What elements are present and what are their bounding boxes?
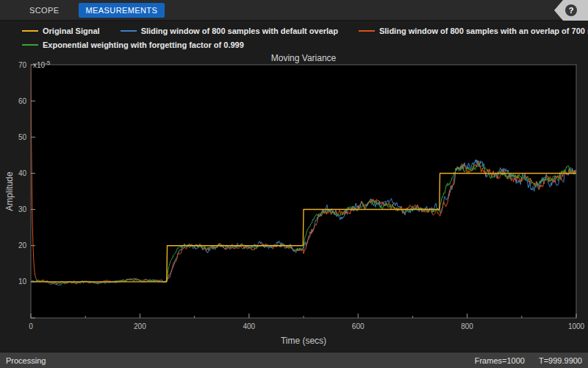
x-tick-label: 400: [243, 322, 255, 330]
chart-title: Moving Variance: [31, 53, 576, 63]
status-text: Processing: [6, 356, 46, 365]
tab-measurements[interactable]: MEASUREMENTS: [79, 3, 165, 18]
y-tick-label: 30: [18, 205, 27, 213]
y-tick-label: 40: [18, 169, 27, 177]
y-axis-label: Amplitude: [4, 118, 15, 265]
toolstrip: SCOPE MEASUREMENTS ?: [0, 0, 588, 21]
y-tick-label: 20: [18, 241, 27, 250]
legend-row-1: Original Signal Sliding window of 800 sa…: [22, 24, 588, 38]
scope-window: SCOPE MEASUREMENTS ? 0200400600800100010…: [0, 0, 588, 368]
legend-item-sliding-overlap-700[interactable]: Sliding window of 800 samples with an ov…: [359, 26, 588, 35]
y-tick-label: 50: [18, 133, 27, 141]
figure-area: 0200400600800100010203040506070 Original…: [0, 21, 588, 352]
help-icon: ?: [565, 4, 577, 16]
plot-background[interactable]: [31, 65, 576, 318]
help-button[interactable]: ?: [554, 0, 588, 21]
x-tick-label: 0: [29, 322, 33, 330]
legend-item-original-signal[interactable]: Original Signal: [22, 26, 100, 35]
frames-counter: Frames=1000: [475, 356, 525, 365]
status-counters: Frames=1000 T=999.9900: [463, 356, 582, 365]
legend-label: Original Signal: [43, 26, 100, 35]
y-tick-label: 70: [18, 61, 27, 69]
y-tick-label: 60: [18, 97, 27, 105]
plot-canvas[interactable]: 0200400600800100010203040506070: [0, 21, 588, 352]
legend-swatch-blue: [121, 30, 137, 32]
legend-swatch-green: [22, 44, 38, 46]
legend-item-sliding-default[interactable]: Sliding window of 800 samples with defau…: [121, 26, 338, 35]
x-tick-label: 600: [352, 322, 365, 330]
x-tick-label: 200: [134, 322, 146, 330]
tab-scope[interactable]: SCOPE: [22, 3, 67, 18]
legend-label: Sliding window of 800 samples with an ov…: [379, 26, 588, 35]
legend-item-exponential-weighting[interactable]: Exponential weighting with forgetting fa…: [22, 40, 244, 49]
legend-swatch-orange: [359, 30, 375, 32]
x-axis-label: Time (secs): [31, 336, 576, 346]
x-tick-label: 800: [461, 322, 473, 330]
legend-row-2: Exponential weighting with forgetting fa…: [22, 38, 588, 52]
time-counter: T=999.9900: [539, 356, 582, 365]
status-bar: Processing Frames=1000 T=999.9900: [0, 352, 588, 368]
legend-label: Sliding window of 800 samples with defau…: [141, 26, 338, 35]
y-tick-label: 10: [18, 277, 27, 286]
legend-label: Exponential weighting with forgetting fa…: [43, 40, 244, 49]
legend-swatch-yellow: [22, 30, 38, 32]
y-axis-exponent: x10-5: [33, 60, 50, 69]
x-tick-label: 1000: [568, 322, 585, 330]
legend: Original Signal Sliding window of 800 sa…: [22, 24, 588, 52]
